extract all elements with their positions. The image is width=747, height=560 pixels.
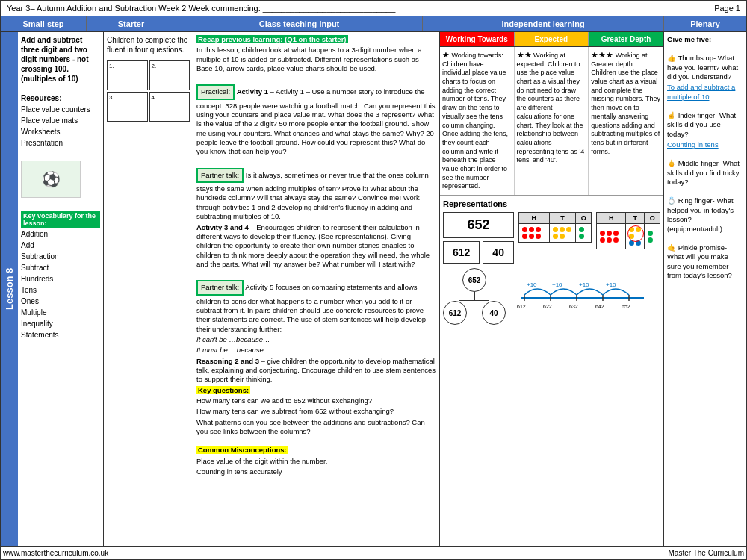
number-line-area: +10 +10 +10 +10 612 bbox=[513, 268, 660, 314]
dot-r8 bbox=[607, 231, 612, 236]
o-dots-container2 bbox=[648, 231, 657, 243]
independent-col: Working Towards Expected Greater Depth ★… bbox=[440, 32, 664, 546]
vocab-multiple: Multiple bbox=[21, 308, 100, 317]
it-cant: It can't be …because… bbox=[196, 335, 436, 344]
dot-g3 bbox=[648, 231, 653, 236]
starter-text: Children to complete the fluent in four … bbox=[107, 35, 190, 55]
intro-text: In this lesson, children look at what ha… bbox=[196, 46, 436, 73]
plenary-to-add: To add and subtract a multiple of 10 bbox=[667, 83, 743, 102]
h-header2: H bbox=[597, 213, 626, 224]
dot-y3 bbox=[566, 227, 571, 232]
plenary-middle: 🖕 Middle finger- What skills did you fin… bbox=[667, 159, 743, 187]
bond-line-right bbox=[474, 292, 489, 301]
gd-text: Working at Greater depth: Children use t… bbox=[591, 52, 660, 155]
dot-y4 bbox=[553, 234, 558, 239]
header-starter: Starter bbox=[87, 16, 176, 31]
wt-text-col: ★ Working towards: Children have individ… bbox=[440, 47, 515, 195]
reasoning-text: Reasoning 2 and 3 – give children the op… bbox=[196, 357, 436, 385]
bond-612: 612 bbox=[443, 301, 467, 325]
misconceptions-highlight: Common Misconceptions: bbox=[196, 446, 288, 454]
vocab-inequality: Inequality bbox=[21, 319, 100, 329]
ind-text-section: ★ Working towards: Children have individ… bbox=[440, 47, 663, 196]
bond-40: 40 bbox=[482, 301, 506, 325]
t-dots-container bbox=[553, 227, 573, 239]
dot-r9 bbox=[613, 231, 619, 236]
svg-text:+10: +10 bbox=[527, 281, 537, 288]
footer-url: www.masterthecurriculum.co.uk bbox=[3, 549, 108, 557]
footer: www.masterthecurriculum.co.uk Master The… bbox=[1, 546, 746, 559]
pv-table-2: H T O bbox=[596, 212, 660, 249]
vocab-ones: Ones bbox=[21, 296, 100, 306]
key-q-highlight: Key questions: bbox=[196, 386, 250, 394]
resource-1: Place value counters bbox=[21, 105, 100, 114]
vocab-add: Add bbox=[21, 240, 100, 250]
svg-text:+10: +10 bbox=[606, 281, 616, 288]
footer-logo: Master The Curriculum bbox=[668, 549, 744, 557]
number-40: 40 bbox=[483, 241, 514, 264]
exp-text: Working at expected: Children to use the… bbox=[517, 52, 585, 164]
bond-line-left bbox=[459, 292, 474, 301]
svg-text:+10: +10 bbox=[552, 281, 562, 288]
partner-label-2: Partner talk: bbox=[196, 280, 244, 295]
t-dots-with-circle bbox=[629, 227, 641, 246]
gd-text-col: ★★★ Working at Greater depth: Children u… bbox=[589, 47, 663, 195]
dot-r3 bbox=[536, 227, 541, 232]
plenary-intro: Give me five: bbox=[667, 35, 743, 44]
bond-lines bbox=[459, 292, 489, 301]
misconception2: Counting in tens accurately bbox=[196, 467, 436, 476]
dot-r5 bbox=[529, 234, 534, 239]
small-step-col: Add and subtract three digit and two dig… bbox=[18, 32, 104, 546]
page-wrapper: Year 3– Autumn Addition and Subtraction … bbox=[0, 0, 747, 560]
number-boxes: 652 612 40 bbox=[443, 212, 514, 264]
circle-overlay bbox=[627, 225, 644, 242]
header-small-step: Small step bbox=[1, 16, 87, 31]
pv-table-top: H T O bbox=[518, 212, 592, 243]
wt-text: Working towards: Children have individua… bbox=[442, 52, 508, 190]
practical-text: Practical: Activity 1 – Activity 1 – Use… bbox=[196, 83, 436, 156]
page-number: Page 1 bbox=[714, 4, 740, 13]
vocab-hundreds: Hundreds bbox=[21, 274, 100, 284]
t-header2: T bbox=[626, 213, 645, 224]
dot-g1 bbox=[579, 227, 584, 232]
key-q-label: Key questions: bbox=[196, 386, 436, 395]
q4-box: 4. bbox=[149, 92, 190, 122]
main-content: Lesson 8 Add and subtract three digit an… bbox=[1, 32, 746, 546]
h-dots bbox=[518, 224, 549, 243]
o-header: O bbox=[576, 213, 592, 224]
resource-3: Worksheets bbox=[21, 127, 100, 137]
vocab-subtract: Subtract bbox=[21, 263, 100, 273]
svg-text:652: 652 bbox=[622, 304, 630, 309]
class-col: Recap previous learning: (Q1 on the star… bbox=[193, 32, 440, 546]
key-q1: How many tens can we add to 652 without … bbox=[196, 396, 436, 405]
representations-area: Representations 652 612 40 bbox=[440, 196, 663, 546]
header-class: Class teaching input bbox=[176, 16, 423, 31]
svg-text:612: 612 bbox=[517, 304, 526, 309]
plenary-ring: 💍 Ring finger- What helped you in today'… bbox=[667, 196, 743, 233]
h-dots2 bbox=[597, 224, 626, 249]
dot-r11 bbox=[607, 237, 612, 243]
page-title: Year 3– Autumn Addition and Subtraction … bbox=[7, 4, 395, 13]
top-bar: Year 3– Autumn Addition and Subtraction … bbox=[1, 1, 746, 16]
lesson-label: Lesson 8 bbox=[1, 32, 18, 546]
dot-r2 bbox=[529, 227, 534, 232]
header-independent: Independent learning bbox=[423, 16, 664, 31]
resource-2: Place value mats bbox=[21, 116, 100, 125]
activity1-label: Activity 1 – bbox=[237, 87, 276, 96]
number-bond: 652 612 40 bbox=[443, 268, 506, 325]
working-towards-header: Working Towards bbox=[440, 32, 515, 46]
dot-y2 bbox=[560, 227, 565, 232]
svg-text:632: 632 bbox=[569, 304, 578, 309]
starter-col: Children to complete the fluent in four … bbox=[104, 32, 193, 546]
header-row: Small step Starter Class teaching input … bbox=[1, 16, 746, 32]
key-vocab-label: Key vocabulary for the lesson: bbox=[21, 211, 100, 228]
key-q3: What patterns can you see between the ad… bbox=[196, 418, 436, 437]
partner-talk-2: Partner talk: Activity 5 focuses on comp… bbox=[196, 279, 436, 334]
dot-r12 bbox=[613, 237, 619, 243]
dot-r7 bbox=[600, 231, 605, 236]
football-image: ⚽ bbox=[21, 161, 81, 198]
q1-box: 1. bbox=[107, 60, 148, 90]
h-header: H bbox=[518, 213, 549, 224]
small-step-title: Add and subtract three digit and two dig… bbox=[21, 35, 100, 84]
bond-top: 652 bbox=[462, 268, 486, 292]
t-dots bbox=[549, 224, 576, 243]
